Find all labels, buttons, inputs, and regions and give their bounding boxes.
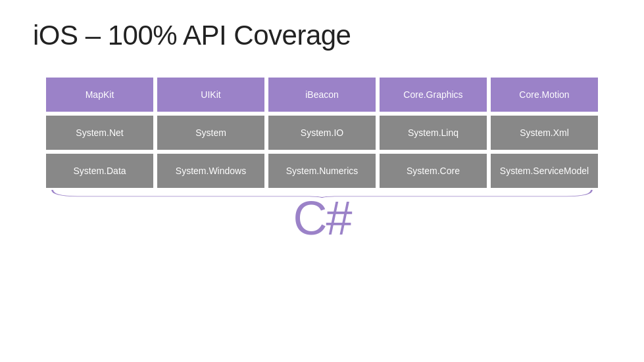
grid-row-2: System.Net System System.IO System.Linq … [46, 116, 598, 150]
cell-systemlinq: System.Linq [380, 116, 487, 150]
api-grid: MapKit UIKit iBeacon Core.Graphics Core.… [46, 78, 598, 188]
cell-coremotion: Core.Motion [491, 78, 598, 112]
cell-systemwindows: System.Windows [157, 154, 264, 188]
slide: iOS – 100% API Coverage MapKit UIKit iBe… [0, 0, 644, 362]
cell-systemio: System.IO [268, 116, 376, 150]
cell-systemcore: System.Core [380, 154, 487, 188]
cell-systemservicemodel: System.ServiceModel [491, 154, 598, 188]
grid-row-3: System.Data System.Windows System.Numeri… [46, 154, 598, 188]
cell-systemnet: System.Net [46, 116, 153, 150]
brace-section: C# [46, 189, 598, 242]
grid-row-1: MapKit UIKit iBeacon Core.Graphics Core.… [46, 78, 598, 112]
csharp-label: C# [293, 194, 351, 242]
cell-system: System [157, 116, 264, 150]
cell-coregraphics: Core.Graphics [380, 78, 487, 112]
cell-systemxml: System.Xml [491, 116, 598, 150]
cell-ibeacon: iBeacon [268, 78, 376, 112]
cell-mapkit: MapKit [46, 78, 153, 112]
cell-uikit: UIKit [157, 78, 264, 112]
cell-systemnumerics: System.Numerics [268, 154, 376, 188]
cell-systemdata: System.Data [46, 154, 153, 188]
page-title: iOS – 100% API Coverage [33, 20, 611, 51]
